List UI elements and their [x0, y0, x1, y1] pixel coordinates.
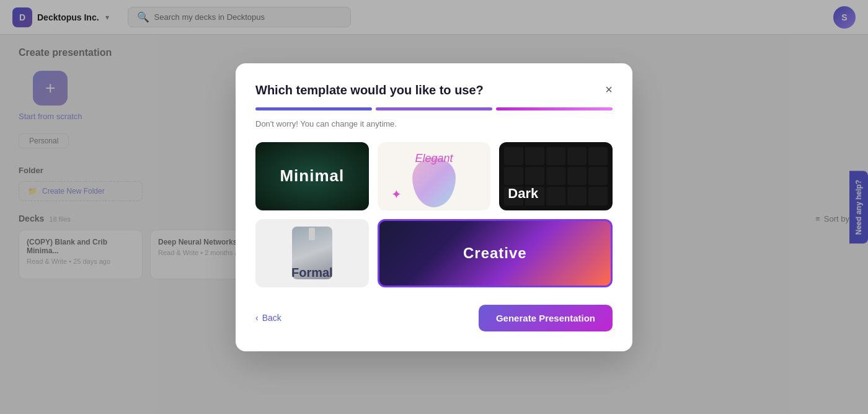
template-minimal-label: Minimal	[280, 166, 344, 186]
star-icon: ✦	[391, 187, 402, 202]
template-grid: Minimal Elegant ✦	[255, 142, 613, 287]
template-formal-label: Formal	[255, 266, 369, 280]
template-creative-label: Creative	[463, 245, 527, 262]
modal-header: Which template would you like to use? ×	[255, 83, 613, 97]
close-button[interactable]: ×	[605, 83, 613, 96]
formal-shape-accent	[309, 228, 315, 240]
progress-step-1	[255, 107, 372, 110]
background-page: D Decktopus Inc. ▾ 🔍 S Create presentati…	[0, 0, 868, 414]
template-modal: Which template would you like to use? × …	[236, 63, 632, 351]
chevron-left-icon: ‹	[255, 313, 259, 323]
progress-bar	[255, 107, 613, 110]
modal-footer: ‹ Back Generate Presentation	[255, 305, 613, 331]
template-formal[interactable]: Formal	[255, 219, 369, 287]
template-creative[interactable]: Creative	[378, 219, 613, 287]
modal-subtitle: Don't worry! You can change it anytime.	[255, 119, 613, 128]
template-dark-label: Dark	[508, 186, 538, 202]
template-elegant-label: Elegant	[378, 152, 491, 165]
back-button[interactable]: ‹ Back	[255, 313, 281, 323]
generate-button[interactable]: Generate Presentation	[479, 305, 613, 331]
modal-title: Which template would you like to use?	[255, 83, 484, 97]
template-minimal[interactable]: Minimal	[255, 142, 369, 210]
template-dark[interactable]: Dark	[499, 142, 613, 210]
progress-step-3	[496, 107, 613, 110]
template-elegant[interactable]: Elegant ✦	[378, 142, 491, 210]
progress-step-2	[376, 107, 492, 110]
elegant-image	[412, 158, 456, 207]
